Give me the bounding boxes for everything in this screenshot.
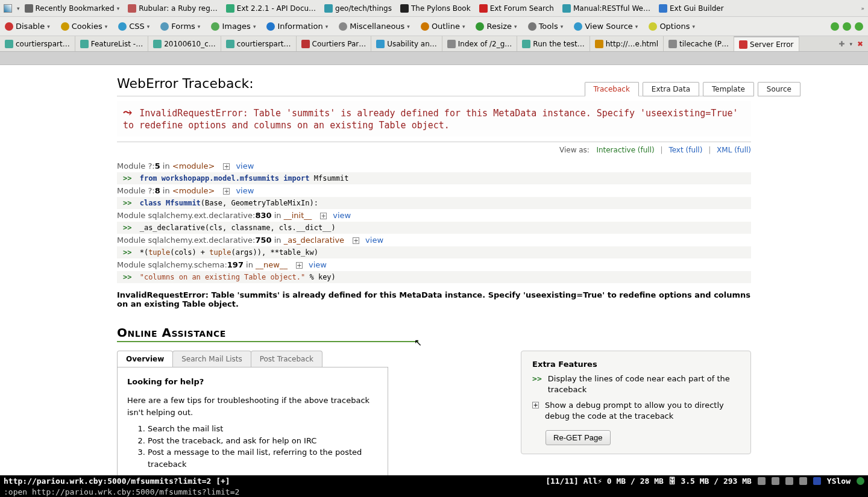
webdev-toolbar: Disable▾Cookies▾CSS▾Forms▾Images▾Informa… bbox=[0, 17, 868, 36]
expand-icon[interactable]: + bbox=[532, 402, 539, 408]
frame-code-line: >> _as_declarative(cls, classname, cls._… bbox=[117, 222, 751, 234]
view-link[interactable]: view bbox=[236, 186, 254, 195]
devbar-item[interactable]: Options▾ bbox=[649, 22, 695, 31]
expand-icon[interactable]: + bbox=[353, 237, 359, 244]
devbar-icon bbox=[160, 22, 169, 31]
browser-tab[interactable]: http://…e.html bbox=[590, 36, 664, 51]
bookmark-menu-icon[interactable] bbox=[4, 4, 12, 13]
assist-tab[interactable]: Search Mail Lists bbox=[172, 351, 251, 367]
devbar-item[interactable]: Information▾ bbox=[266, 22, 328, 31]
chevron-down-icon: ▾ bbox=[326, 23, 329, 30]
bookmark-item[interactable]: Ext Forum Search bbox=[479, 4, 554, 13]
tab-label: 20100610_c… bbox=[164, 40, 216, 48]
devbar-item[interactable]: Disable▾ bbox=[5, 22, 50, 31]
tray-icon[interactable] bbox=[785, 477, 793, 485]
browser-tab[interactable]: FeatureList -… bbox=[75, 36, 148, 51]
devbar-item[interactable]: Outline▾ bbox=[421, 22, 465, 31]
browser-tab[interactable]: Run the test… bbox=[517, 36, 590, 51]
overflow-chev-icon[interactable]: » bbox=[861, 5, 864, 11]
expand-icon[interactable]: + bbox=[296, 262, 303, 269]
bookmark-icon bbox=[226, 4, 234, 13]
devbar-item[interactable]: Cookies▾ bbox=[61, 22, 107, 31]
extra-features-box: Extra Features >> Display the lines of c… bbox=[521, 351, 751, 455]
prompt-icon[interactable]: >> bbox=[532, 374, 542, 395]
devbar-item[interactable]: Images▾ bbox=[211, 22, 256, 31]
tab-label: http://…e.html bbox=[606, 40, 658, 48]
status-led-green-2 bbox=[843, 22, 851, 31]
tray-icon[interactable] bbox=[799, 477, 807, 485]
browser-tab[interactable]: Usability an… bbox=[371, 36, 442, 51]
chevron-down-icon[interactable]: ▾ bbox=[17, 5, 20, 11]
close-tab-icon[interactable]: ✖ bbox=[857, 40, 863, 48]
debug-tab[interactable]: Traceback bbox=[585, 82, 639, 96]
devbar-icon bbox=[574, 22, 582, 31]
devbar-item[interactable]: Miscellaneous▾ bbox=[339, 22, 410, 31]
bookmark-item[interactable]: Rubular: a Ruby reg… bbox=[128, 4, 218, 13]
bookmark-item[interactable]: Ext 2.2.1 - API Docu… bbox=[226, 4, 316, 13]
debug-tab[interactable]: Source bbox=[758, 82, 800, 96]
view-link[interactable]: view bbox=[236, 161, 254, 170]
devbar-label: View Source bbox=[585, 22, 633, 31]
browser-tab[interactable]: courtierspart… bbox=[221, 36, 297, 51]
chevron-down-icon: ▾ bbox=[635, 23, 638, 30]
tab-label: Run the test… bbox=[533, 40, 584, 48]
browser-tab[interactable]: 20100610_c… bbox=[148, 36, 221, 51]
expand-icon[interactable]: + bbox=[223, 163, 230, 170]
tab-list-chev-icon[interactable]: ▾ bbox=[849, 41, 852, 47]
yslow-label[interactable]: YSlow bbox=[827, 477, 851, 486]
assist-tab[interactable]: Overview bbox=[117, 351, 173, 367]
expand-icon[interactable]: + bbox=[320, 213, 327, 219]
new-tab-icon[interactable]: ✚ bbox=[838, 40, 844, 48]
debug-tab[interactable]: Template bbox=[703, 82, 754, 96]
debug-tab[interactable]: Extra Data bbox=[643, 82, 699, 96]
expand-icon[interactable]: + bbox=[223, 188, 230, 195]
devbar-item[interactable]: Resize▾ bbox=[476, 22, 517, 31]
view-link[interactable]: view bbox=[365, 236, 383, 245]
devbar-label: Images bbox=[222, 22, 251, 31]
devbar-item[interactable]: Forms▾ bbox=[160, 22, 200, 31]
view-interactive-link[interactable]: Interactive (full) bbox=[596, 146, 654, 154]
devbar-item[interactable]: View Source▾ bbox=[574, 22, 638, 31]
prompt-icon: >> bbox=[123, 174, 131, 183]
traceback-frames: Module ?:5 in <module>+view>> from works… bbox=[117, 160, 751, 283]
browser-tab[interactable]: Server Error bbox=[734, 36, 799, 51]
devbar-item[interactable]: Tools▾ bbox=[528, 22, 564, 31]
devbar-label: CSS bbox=[129, 22, 145, 31]
view-text-link[interactable]: Text (full) bbox=[668, 146, 702, 154]
view-link[interactable]: view bbox=[309, 260, 327, 269]
bookmark-item[interactable]: The Pylons Book bbox=[400, 4, 471, 13]
vimperator-command-bar[interactable]: :open http://pariou.wrk.cby:5000/mfsummi… bbox=[0, 486, 868, 497]
browser-tab[interactable]: courtierspart… bbox=[0, 36, 75, 51]
devbar-icon bbox=[211, 22, 219, 31]
tray-icon[interactable] bbox=[813, 477, 821, 485]
frame-code-line: >> "columns on an existing Table object.… bbox=[117, 271, 751, 283]
frame-location: Module sqlalchemy.ext.declarative:750 in… bbox=[117, 234, 751, 246]
tab-label: FeatureList -… bbox=[91, 40, 143, 48]
bookmark-item[interactable]: Manual:RESTful We… bbox=[562, 4, 650, 13]
online-assistance-title: Online Assistance bbox=[117, 325, 418, 342]
tab-favicon bbox=[739, 40, 747, 49]
tray-icon[interactable] bbox=[758, 477, 766, 485]
re-get-page-button[interactable]: Re-GET Page bbox=[546, 430, 610, 445]
tab-favicon bbox=[301, 40, 310, 48]
browser-tab[interactable]: Index of /2_g… bbox=[442, 36, 518, 51]
browser-tab[interactable]: Courtiers Par… bbox=[297, 36, 372, 51]
devbar-label: Information bbox=[277, 22, 322, 31]
browser-tab[interactable]: tilecache (P… bbox=[664, 36, 734, 51]
view-link[interactable]: view bbox=[333, 211, 351, 220]
page-viewport[interactable]: TracebackExtra DataTemplateSource WebErr… bbox=[0, 52, 868, 475]
tab-favicon bbox=[595, 40, 603, 48]
bookmark-item[interactable]: Ext Gui Builder bbox=[659, 4, 724, 13]
bookmark-icon bbox=[400, 4, 409, 13]
assist-tab[interactable]: Post Traceback bbox=[251, 351, 322, 367]
prompt-icon: >> bbox=[123, 273, 131, 281]
devbar-item[interactable]: CSS▾ bbox=[118, 22, 149, 31]
tray-icon[interactable] bbox=[857, 477, 864, 485]
bookmark-item[interactable]: geo/tech/things bbox=[324, 4, 392, 13]
view-xml-link[interactable]: XML (full) bbox=[717, 146, 751, 154]
tray-icon[interactable] bbox=[772, 477, 779, 485]
final-error-text: InvalidRequestError: Table 'summits' is … bbox=[117, 290, 751, 308]
status-metrics: [11/11] All⚡ 0 MB / 28 MB 🗄 3.5 MB / 293… bbox=[546, 477, 752, 486]
tab-favicon bbox=[80, 40, 89, 48]
bookmark-item[interactable]: Recently Bookmarked▾ bbox=[25, 4, 120, 13]
